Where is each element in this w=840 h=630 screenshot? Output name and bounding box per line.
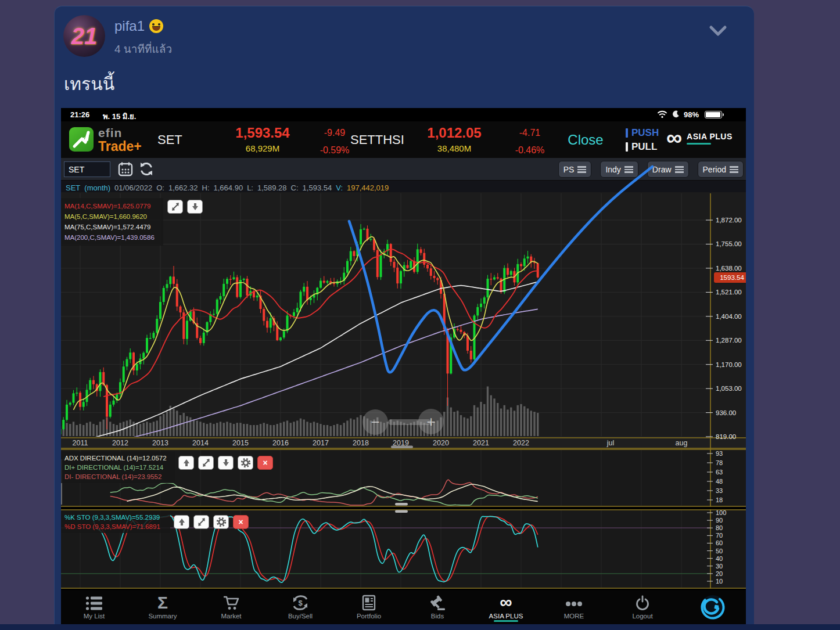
gear-icon[interactable] xyxy=(238,456,253,470)
zoom-in-button[interactable]: + xyxy=(418,409,444,434)
svg-text:50: 50 xyxy=(716,548,723,555)
battery-percent: 98% xyxy=(684,110,699,119)
ma-label: MA(14,C,SMAV)=1,625.0779 xyxy=(64,201,160,211)
nav-item-portfolio[interactable]: Portfolio xyxy=(340,592,398,620)
nav-item-buysell[interactable]: $Buy/Sell xyxy=(271,592,329,620)
nav-item-mylist[interactable]: My List xyxy=(65,592,123,620)
clock-time: 21:26 xyxy=(70,110,89,119)
svg-text:10: 10 xyxy=(716,578,723,585)
ma-label: MA(5,C,SMAV)=1,660.9620 xyxy=(64,211,160,222)
chart-fab-icon[interactable] xyxy=(699,593,727,621)
sigma-icon: Σ xyxy=(134,592,192,611)
nav-item-market[interactable]: Market xyxy=(202,592,260,620)
logo-efin-text: efin xyxy=(98,126,122,140)
nav-item-asiaplus[interactable]: ∞ASIA PLUS xyxy=(477,592,535,622)
post-timestamp: 4 นาทีที่แล้ว xyxy=(114,40,172,57)
svg-text:1,170.00: 1,170.00 xyxy=(716,361,742,368)
chevron-down-icon[interactable] xyxy=(709,25,727,38)
svg-text:jul: jul xyxy=(606,439,615,447)
page-bottom-strip xyxy=(0,624,840,630)
menu-lines-icon xyxy=(624,166,633,173)
svg-text:2013: 2013 xyxy=(152,439,168,447)
avatar-text: 21 xyxy=(71,23,98,49)
post-text: เทรนนี้ xyxy=(64,70,114,98)
list-icon xyxy=(65,592,123,611)
nav-item-bids[interactable]: Bids xyxy=(408,592,466,620)
svg-text:93: 93 xyxy=(716,450,723,457)
username[interactable]: pifa1 xyxy=(114,18,163,34)
calendar-icon[interactable] xyxy=(117,161,134,177)
toolbar-button-ps[interactable]: PS xyxy=(558,161,592,178)
set-volume: 68,929M xyxy=(213,143,312,153)
symbol-input[interactable] xyxy=(64,161,110,177)
svg-text:936.00: 936.00 xyxy=(716,409,736,416)
adx-legend: ADX DIRECTIONAL (14)=12.0572DI+ DIRECTIO… xyxy=(61,452,175,483)
battery-icon xyxy=(705,111,722,118)
last-price-badge: 1593.54 xyxy=(714,272,746,283)
toolbar-button-draw[interactable]: Draw xyxy=(647,161,689,178)
svg-text:2015: 2015 xyxy=(232,439,249,447)
infinity-icon: ∞ xyxy=(477,592,535,611)
adx-label: DI+ DIRECTIONAL (14)=17.5214 xyxy=(64,463,171,472)
nav-item-more[interactable]: MORE xyxy=(545,592,603,620)
svg-text:48: 48 xyxy=(716,478,723,485)
svg-text:40: 40 xyxy=(716,555,723,562)
nav-item-logout[interactable]: Logout xyxy=(613,592,672,620)
svg-text:1,053.00: 1,053.00 xyxy=(716,385,742,392)
setthsi-quote: 1,012.05 38,480M xyxy=(405,121,504,153)
svg-text:2016: 2016 xyxy=(272,439,289,447)
svg-text:2021: 2021 xyxy=(473,439,489,447)
arrow-down-icon[interactable] xyxy=(218,456,234,470)
svg-text:90: 90 xyxy=(716,517,723,524)
toolbar-button-indy[interactable]: Indy xyxy=(600,161,638,178)
dollar-cycle-icon: $ xyxy=(271,592,329,611)
svg-text:70: 70 xyxy=(716,532,723,539)
svg-text:2014: 2014 xyxy=(192,439,209,447)
setthsi-volume: 38,480M xyxy=(405,143,504,153)
svg-text:2018: 2018 xyxy=(353,439,369,447)
arrow-up-icon[interactable] xyxy=(178,456,194,470)
main-price-chart[interactable]: 2011201220132014201520162017201820192020… xyxy=(61,192,746,449)
svg-text:2012: 2012 xyxy=(112,439,128,447)
ma-label: MA(200,C,SMAV)=1,439.0586 xyxy=(64,232,160,243)
svg-text:$: $ xyxy=(298,599,303,607)
expand-icon[interactable] xyxy=(198,456,214,470)
sto-label: %K STO (9,3,3,SMAV)=55.2939 xyxy=(64,513,167,522)
efin-logo-icon xyxy=(69,127,94,152)
gear-icon[interactable] xyxy=(213,515,229,529)
arrow-up-icon[interactable] xyxy=(174,515,189,529)
svg-text:1,872.00: 1,872.00 xyxy=(716,217,742,224)
gavel-icon xyxy=(408,592,466,611)
moon-icon xyxy=(672,110,680,118)
svg-text:1,287.00: 1,287.00 xyxy=(716,337,742,344)
svg-text:1,521.00: 1,521.00 xyxy=(716,289,742,296)
refresh-icon[interactable] xyxy=(138,161,155,177)
app-header: efin Trade+ SET 1,593.54 68,929M -9.49 -… xyxy=(61,121,746,158)
toolbar-button-period[interactable]: Period xyxy=(698,161,744,178)
nav-item-summary[interactable]: ΣSummary xyxy=(134,592,192,620)
setthsi-symbol-label: SETTHSI xyxy=(350,121,404,158)
expand-icon[interactable] xyxy=(193,515,209,529)
svg-text:33: 33 xyxy=(716,487,723,494)
ma-legend: MA(14,C,SMAV)=1,625.0779MA(5,C,SMAV)=1,6… xyxy=(61,198,163,246)
svg-text:18: 18 xyxy=(716,496,723,503)
expand-icon[interactable] xyxy=(167,200,183,214)
menu-lines-icon xyxy=(675,166,684,173)
grinning-face-emoji-icon xyxy=(149,19,163,33)
close-icon[interactable]: × xyxy=(233,515,249,529)
svg-text:30: 30 xyxy=(716,563,723,570)
push-pull-toggle[interactable]: PUSH PULL xyxy=(626,126,659,154)
document-icon xyxy=(340,592,398,611)
close-icon[interactable]: × xyxy=(257,456,273,470)
ma-label: MA(75,C,SMAV)=1,572.4479 xyxy=(64,222,160,232)
toolbar-buttons: PSIndyDrawPeriod xyxy=(558,161,744,178)
market-status: Close xyxy=(559,121,612,158)
avatar[interactable]: 21 xyxy=(63,15,105,57)
arrow-down-icon[interactable] xyxy=(187,200,203,214)
svg-text:2020: 2020 xyxy=(433,439,449,447)
svg-text:2017: 2017 xyxy=(313,439,329,447)
menu-lines-icon xyxy=(577,166,586,173)
sto-label: %D STO (9,3,3,SMAV)=71.6891 xyxy=(64,522,167,531)
svg-text:2011: 2011 xyxy=(73,439,88,447)
zoom-out-button[interactable]: − xyxy=(362,409,388,435)
